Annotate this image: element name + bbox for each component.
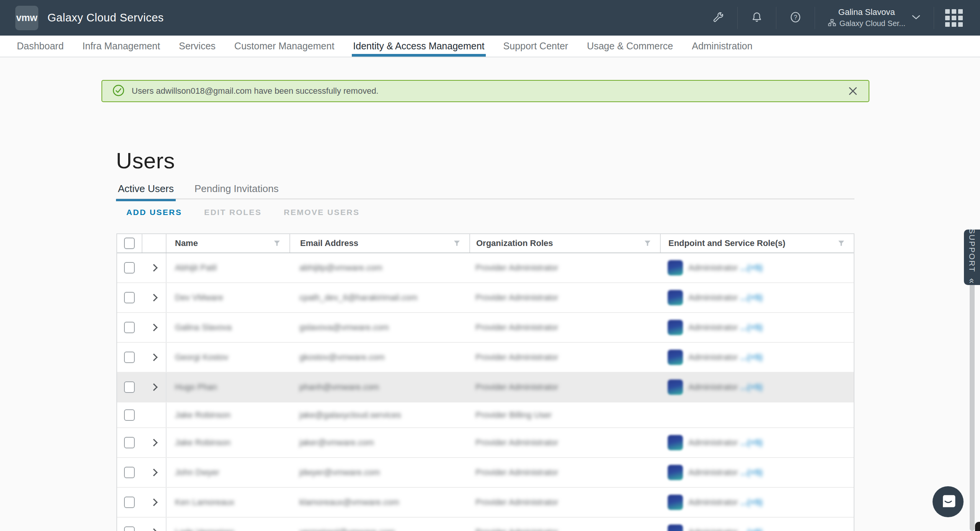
filter-icon[interactable] [274,240,280,246]
row-checkbox-cell [117,381,142,393]
expand-chevron-icon[interactable] [150,324,158,331]
endpoint-role-more-link[interactable]: ...(+5) [740,497,763,507]
expand-chevron-icon[interactable] [150,469,158,476]
table-row[interactable]: Hugo Phan phanh@vmware.com Provider Admi… [117,373,854,402]
apps-grid-icon [945,9,963,27]
endpoint-role-more-link[interactable]: ...(+5) [740,263,763,272]
service-icon [668,524,683,531]
row-checkbox-cell [117,292,142,303]
row-checkbox[interactable] [124,467,135,478]
select-all-checkbox[interactable] [124,238,135,249]
endpoint-role-label: Administrator [688,352,740,362]
add-users-button[interactable]: ADD USERS [126,208,182,217]
notifications-button[interactable] [738,0,776,36]
table-row[interactable]: Abhijit Patil abhijitp@vmware.com Provid… [117,253,854,283]
remove-users-button[interactable]: REMOVE USERS [284,208,359,217]
row-checkbox-cell [117,262,142,274]
endpoint-role-more-link[interactable]: ...(+5) [740,352,763,362]
nav-item-administration[interactable]: Administration [692,36,752,57]
endpoint-role-cell-content: Administrator ...(+5) [668,380,854,395]
users-table: Name Email Address Organization Roles En… [116,233,854,531]
row-name: Jake Robinson [175,410,231,420]
row-checkbox[interactable] [124,322,135,333]
app-switcher-button[interactable] [934,0,974,36]
row-checkbox[interactable] [124,292,135,303]
endpoint-role-label: Administrator [688,497,740,507]
table-row[interactable]: Jake Robinson jaker@vmware.com Provider … [117,428,854,458]
table-row[interactable]: Jake Robinson jake@galaxycloud.services … [117,402,854,428]
row-checkbox[interactable] [124,437,135,448]
help-button[interactable]: ? [776,0,815,36]
support-tab[interactable]: SUPPORT « [964,230,980,285]
row-org-roles-cell: Provider Administrator [469,438,660,448]
row-endpoint-cell: Administrator ...(+5) [660,290,854,305]
row-email-cell: gslavova@vmware.com [289,323,469,332]
wrench-button[interactable] [699,0,737,36]
row-org-roles: Provider Administrator [475,352,558,362]
row-email-cell: vermeirenl@vmware.com [289,527,469,531]
banner-close-button[interactable] [847,85,859,97]
column-header-email-label: Email Address [300,238,358,248]
expand-chevron-icon[interactable] [150,294,158,301]
column-header-name-label: Name [175,238,198,248]
nav-item-identity-access-management[interactable]: Identity & Access Management [353,36,484,57]
service-icon [668,435,683,450]
table-row[interactable]: Ken Lamoreaux klamoreaux@vmware.com Prov… [117,488,854,518]
nav-item-support-center[interactable]: Support Center [503,36,568,57]
expand-chevron-icon[interactable] [150,498,158,506]
nav-item-services[interactable]: Services [179,36,216,57]
header-expand-cell [142,234,166,252]
filter-icon[interactable] [644,240,651,246]
row-checkbox[interactable] [124,352,135,363]
row-org-roles: Provider Administrator [475,323,558,332]
endpoint-role-more-link[interactable]: ...(+5) [740,467,763,477]
table-row[interactable]: Dev VMware cpath_dev_6@harakirimail.com … [117,283,854,313]
user-menu[interactable]: Galina Slavova Galaxy Cloud Ser... [815,7,934,29]
org-sitemap-icon [828,19,836,29]
table-row[interactable]: John Dwyer jdwyer@vmware.com Provider Ad… [117,458,854,488]
row-checkbox[interactable] [124,409,135,421]
nav-item-customer-management[interactable]: Customer Management [234,36,334,57]
tab-pending-invitations[interactable]: Pending Invitations [194,183,279,201]
row-expand-cell [142,458,166,487]
nav-item-usage-commerce[interactable]: Usage & Commerce [587,36,673,57]
expand-chevron-icon[interactable] [150,353,158,361]
endpoint-role-more-link[interactable]: ...(+5) [740,438,763,447]
expand-chevron-icon[interactable] [150,528,158,531]
tab-active-users[interactable]: Active Users [118,183,174,201]
endpoint-role-more-link[interactable]: ...(+5) [740,323,763,332]
row-org-roles-cell: Provider Administrator [469,293,660,303]
row-email-cell: cpath_dev_6@harakirimail.com [289,293,469,303]
row-checkbox[interactable] [124,381,135,393]
row-endpoint-cell: Administrator ...(+5) [660,320,854,335]
expand-chevron-icon[interactable] [150,439,158,446]
nav-item-dashboard[interactable]: Dashboard [17,36,64,57]
row-org-roles-cell: Provider Administrator [469,527,660,531]
row-checkbox[interactable] [124,497,135,508]
row-endpoint-cell: Administrator ...(+5) [660,260,854,275]
row-org-roles: Provider Administrator [475,527,558,531]
endpoint-role-more-link[interactable]: ...(+5) [740,382,763,392]
nav-item-infra-management[interactable]: Infra Management [82,36,160,57]
chat-button[interactable] [933,486,964,517]
bell-icon [751,11,763,25]
expand-chevron-icon[interactable] [150,383,158,391]
row-email: klamoreaux@vmware.com [299,497,399,507]
endpoint-role-cell-content: Administrator ...(+5) [668,435,854,450]
user-name: Galina Slavova [838,7,895,17]
row-org-roles-cell: Provider Administrator [469,323,660,332]
edit-roles-button[interactable]: EDIT ROLES [204,208,261,217]
filter-icon[interactable] [454,240,460,246]
endpoint-role-more-link[interactable]: ...(+5) [740,527,763,531]
row-org-roles-cell: Provider Administrator [469,382,660,392]
table-row[interactable]: Georgi Kostov gkostov@vmware.com Provide… [117,343,854,373]
row-checkbox[interactable] [124,262,135,274]
table-row[interactable]: Galina Slavova gslavova@vmware.com Provi… [117,313,854,343]
table-row[interactable]: Lode Vermeiren vermeirenl@vmware.com Pro… [117,518,854,531]
row-name: Georgi Kostov [175,352,228,362]
service-icon [668,380,683,395]
endpoint-role-more-link[interactable]: ...(+5) [740,293,763,302]
row-checkbox[interactable] [124,526,135,531]
expand-chevron-icon[interactable] [150,264,158,272]
filter-icon[interactable] [838,240,844,246]
